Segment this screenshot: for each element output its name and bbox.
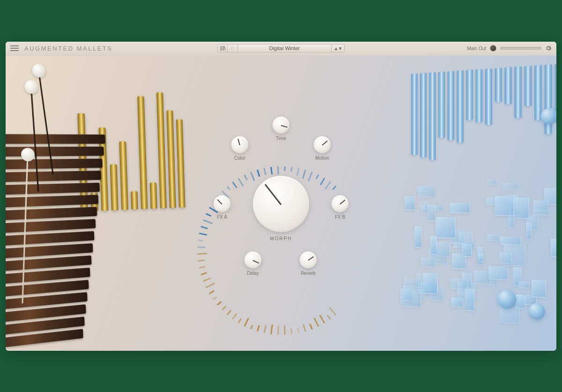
preset-name-button[interactable]: Digital Winter [238,44,332,52]
color-knob[interactable]: Color [231,136,248,161]
gear-icon[interactable] [545,45,552,52]
product-title: AUGMENTED MALLETS [24,45,112,52]
main-out-label: Main Out [467,46,486,51]
preset-browser: ♡ Digital Winter ▲▼ [217,44,345,52]
time-knob[interactable]: Time [273,117,289,141]
reverb-knob[interactable]: Reverb [300,251,317,276]
menu-icon[interactable] [10,45,19,51]
toolbar: AUGMENTED MALLETS ♡ Digital Winter ▲▼ Ma… [6,42,556,56]
library-icon[interactable] [217,44,228,52]
morph-knob[interactable]: MORPH [253,176,309,241]
motion-knob[interactable]: Motion [314,136,331,161]
fxb-knob[interactable]: FX B [332,195,348,220]
delay-knob[interactable]: Delay [244,251,261,276]
fxa-knob[interactable]: FX A [214,195,230,220]
knob-cluster: MORPH Time Color Motion FX A FX B Delay … [187,115,375,302]
preset-prev-next-icon[interactable]: ▲▼ [332,44,345,52]
main-out-knob[interactable] [490,45,496,52]
art-right-crystal [394,47,556,350]
main-out-slider[interactable] [500,47,541,50]
plugin-window: AUGMENTED MALLETS ♡ Digital Winter ▲▼ Ma… [6,42,556,351]
art-left-marimba [6,49,167,350]
morph-label: MORPH [253,236,309,241]
favorite-icon[interactable]: ♡ [228,44,238,52]
